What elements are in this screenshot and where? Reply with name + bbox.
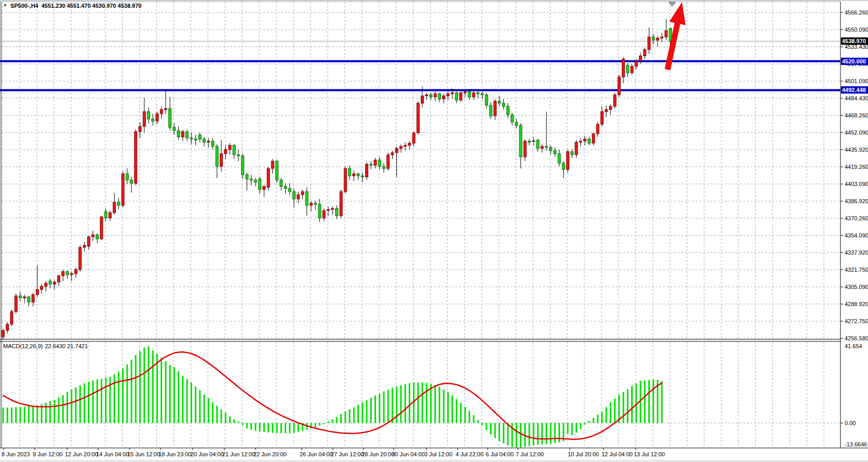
svg-text:4370.260: 4370.260 [845,215,868,221]
symbol-dropdown-icon[interactable]: ▼ [3,4,7,8]
svg-text:4256.580: 4256.580 [845,335,868,341]
svg-text:41.654: 41.654 [845,343,862,349]
svg-text:12 Jul 04:00: 12 Jul 04:00 [602,451,633,457]
svg-text:4419.260: 4419.260 [845,164,868,170]
svg-text:18 Jun 23:00: 18 Jun 23:00 [158,451,192,457]
svg-text:4288.920: 4288.920 [845,301,868,307]
chart-header: ▼ SP500-,H4 4551.230 4551.470 4530.970 4… [3,3,141,9]
svg-text:4484.430: 4484.430 [845,95,868,101]
hline-price-label-4520: 4520.000 [841,58,868,65]
svg-text:0.00: 0.00 [845,420,856,426]
svg-text:30 Jun 04:00: 30 Jun 04:00 [392,451,425,457]
svg-text:4435.920: 4435.920 [845,147,868,153]
svg-text:4 Jul 22:00: 4 Jul 22:00 [456,451,484,457]
macd-indicator-values: 22.6430 21.7421 [45,343,88,349]
symbol-period-label: SP500-,H4 [10,3,38,9]
svg-text:4354.090: 4354.090 [845,232,868,239]
svg-text:-13.6646: -13.6646 [845,441,867,447]
current-price-label: 4538.970 [841,37,868,45]
svg-text:4550.090: 4550.090 [845,27,868,33]
svg-text:28 Jun 20:00: 28 Jun 20:00 [362,451,395,457]
svg-text:4501.090: 4501.090 [845,78,868,84]
ohlc-values: 4551.230 4551.470 4530.970 4538.970 [42,3,142,9]
svg-text:15 Jun 12:00: 15 Jun 12:00 [127,451,161,457]
chart-window: 4566.2604550.0904533.4304517.2604501.090… [0,0,868,462]
svg-text:13 Jul 12:00: 13 Jul 12:00 [634,451,665,457]
svg-text:4272.750: 4272.750 [845,318,868,324]
svg-text:14 Jun 04:00: 14 Jun 04:00 [96,451,129,457]
svg-text:20 Jun 04:00: 20 Jun 04:00 [191,451,224,457]
svg-text:9 Jun 12:00: 9 Jun 12:00 [33,451,63,457]
macd-indicator-name: MACD(12,26,9) [3,343,43,349]
hline-price-label-4492: 4492.448 [841,86,868,94]
svg-text:4321.750: 4321.750 [845,267,868,273]
svg-text:22 Jun 20:00: 22 Jun 20:00 [253,451,287,457]
chart-canvas[interactable]: 4566.2604550.0904533.4304517.2604501.090… [0,1,868,462]
svg-text:7 Jul 12:00: 7 Jul 12:00 [516,451,544,457]
svg-text:21 Jun 12:00: 21 Jun 12:00 [222,451,256,457]
svg-text:3 Jul 12:00: 3 Jul 12:00 [424,451,452,457]
svg-text:26 Jun 04:00: 26 Jun 04:00 [300,451,333,457]
svg-text:4386.920: 4386.920 [845,198,868,204]
svg-text:8 Jun 2023: 8 Jun 2023 [2,451,30,457]
svg-text:12 Jun 20:00: 12 Jun 20:00 [65,451,98,457]
macd-indicator-label: MACD(12,26,9)22.6430 21.7421 [3,343,90,349]
svg-text:4452.090: 4452.090 [845,129,868,136]
svg-text:10 Jul 20:00: 10 Jul 20:00 [568,451,599,457]
svg-text:4337.920: 4337.920 [845,249,868,256]
svg-text:4305.090: 4305.090 [845,284,868,290]
svg-text:4403.090: 4403.090 [845,181,868,187]
svg-text:4566.260: 4566.260 [845,9,868,16]
svg-text:27 Jun 12:00: 27 Jun 12:00 [331,451,364,457]
svg-text:4468.260: 4468.260 [845,112,868,118]
svg-text:6 Jul 04:00: 6 Jul 04:00 [486,451,514,457]
